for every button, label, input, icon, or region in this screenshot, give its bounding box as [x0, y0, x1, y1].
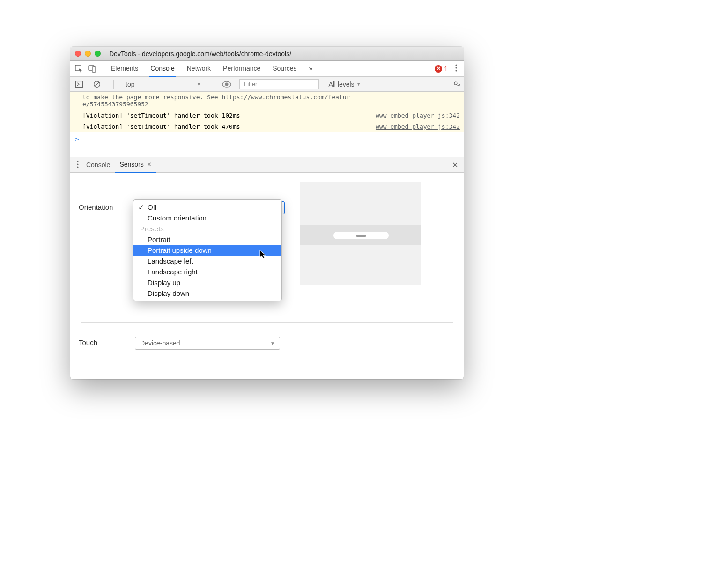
panel-tabs: Elements Console Network Performance Sou… — [110, 61, 430, 77]
log-row-truncated: to make the page more responsive. See ht… — [70, 92, 464, 110]
drawer-tab-label: Sensors — [119, 161, 143, 168]
log-link[interactable]: e/5745543795965952 — [82, 101, 148, 108]
show-console-sidebar-icon[interactable] — [74, 79, 84, 89]
svg-point-4 — [455, 67, 457, 68]
log-message: [Violation] 'setTimeout' handler took 47… — [82, 123, 376, 130]
tab-performance[interactable]: Performance — [222, 61, 261, 77]
context-selector[interactable]: top ▼ — [122, 79, 204, 89]
live-expression-icon[interactable] — [222, 79, 232, 89]
option-landscape-right[interactable]: Landscape right — [133, 266, 281, 277]
option-portrait-upside-down[interactable]: Portrait upside down — [133, 245, 281, 256]
levels-label: All levels — [328, 81, 354, 88]
toolbar-separator — [213, 80, 213, 89]
device-orientation-preview[interactable] — [300, 182, 421, 285]
titlebar: DevTools - developers.google.com/web/too… — [70, 47, 464, 61]
touch-row: Touch Device-based ▼ — [79, 337, 455, 350]
devtools-window: DevTools - developers.google.com/web/too… — [70, 47, 464, 379]
drawer-kebab-icon[interactable] — [74, 161, 81, 169]
touch-select[interactable]: Device-based ▼ — [135, 337, 280, 350]
svg-rect-2 — [92, 67, 96, 72]
orientation-control: Off Custom orientation... Presets Portra… — [135, 201, 285, 214]
main-toolbar: Elements Console Network Performance Sou… — [70, 61, 464, 77]
orientation-label: Orientation — [79, 201, 135, 211]
zoom-window-button[interactable] — [95, 51, 101, 57]
log-message: [Violation] 'setTimeout' handler took 10… — [82, 112, 376, 119]
sensors-panel: Orientation Off Custom orientation... Pr… — [70, 173, 464, 379]
console-prompt[interactable]: > — [70, 132, 464, 146]
filter-placeholder: Filter — [244, 81, 257, 88]
svg-point-11 — [77, 161, 78, 162]
log-source-link[interactable]: www-embed-player.js:342 — [376, 112, 460, 119]
caret-down-icon: ▼ — [196, 81, 201, 87]
caret-down-icon: ▼ — [356, 81, 361, 87]
log-row: [Violation] 'setTimeout' handler took 47… — [70, 121, 464, 132]
tabs-overflow[interactable]: » — [308, 61, 314, 77]
touch-value: Device-based — [140, 339, 180, 347]
option-landscape-left[interactable]: Landscape left — [133, 256, 281, 266]
filter-input[interactable]: Filter — [239, 79, 319, 89]
toolbar-separator — [104, 64, 104, 74]
log-levels-selector[interactable]: All levels ▼ — [328, 81, 361, 88]
touch-label: Touch — [79, 337, 135, 346]
error-count: 1 — [444, 65, 448, 73]
error-count-badge[interactable]: ✕ 1 — [435, 65, 448, 73]
minimize-window-button[interactable] — [85, 51, 91, 57]
option-display-up[interactable]: Display up — [133, 277, 281, 288]
svg-point-10 — [225, 82, 229, 86]
window-controls — [75, 51, 101, 57]
orientation-dropdown-popup: Off Custom orientation... Presets Portra… — [133, 199, 282, 301]
context-value: top — [126, 81, 134, 88]
drawer-tabs: Console Sensors ✕ ✕ — [70, 157, 464, 173]
svg-point-12 — [77, 163, 78, 165]
svg-point-13 — [77, 166, 78, 168]
device-speaker-slot — [333, 232, 389, 239]
divider — [81, 322, 453, 323]
tab-elements[interactable]: Elements — [110, 61, 139, 77]
kebab-menu-icon[interactable] — [452, 64, 460, 73]
drawer-tab-console[interactable]: Console — [81, 157, 115, 172]
drawer-tab-sensors[interactable]: Sensors ✕ — [115, 157, 156, 173]
console-log-area: to make the page more responsive. See ht… — [70, 92, 464, 146]
console-toolbar: top ▼ Filter All levels ▼ — [70, 77, 464, 92]
toolbar-separator — [113, 80, 114, 89]
error-icon: ✕ — [435, 65, 442, 73]
log-row: [Violation] 'setTimeout' handler took 10… — [70, 110, 464, 121]
log-link[interactable]: https://www.chromestatus.com/featur — [222, 94, 350, 101]
tab-console[interactable]: Console — [149, 61, 175, 77]
caret-down-icon: ▼ — [270, 341, 275, 346]
close-window-button[interactable] — [75, 51, 81, 57]
option-display-down[interactable]: Display down — [133, 288, 281, 299]
tab-sources[interactable]: Sources — [272, 61, 297, 77]
inspect-element-icon[interactable] — [74, 64, 84, 74]
tab-network[interactable]: Network — [186, 61, 212, 77]
prompt-caret: > — [75, 135, 79, 143]
option-portrait[interactable]: Portrait — [133, 234, 281, 245]
log-text: to make the page more responsive. See — [82, 94, 222, 101]
close-tab-icon[interactable]: ✕ — [147, 161, 152, 168]
drawer-close-icon[interactable]: ✕ — [450, 159, 460, 171]
clear-console-icon[interactable] — [92, 79, 102, 89]
option-custom[interactable]: Custom orientation... — [133, 213, 281, 223]
window-title: DevTools - developers.google.com/web/too… — [109, 50, 291, 58]
svg-line-8 — [95, 82, 99, 86]
svg-point-3 — [455, 64, 457, 66]
log-source-link[interactable]: www-embed-player.js:342 — [376, 123, 460, 130]
device-toggle-icon[interactable] — [87, 64, 97, 74]
option-off[interactable]: Off — [133, 202, 281, 213]
console-settings-icon[interactable] — [451, 79, 460, 89]
presets-header: Presets — [133, 223, 281, 234]
svg-point-5 — [455, 70, 457, 71]
